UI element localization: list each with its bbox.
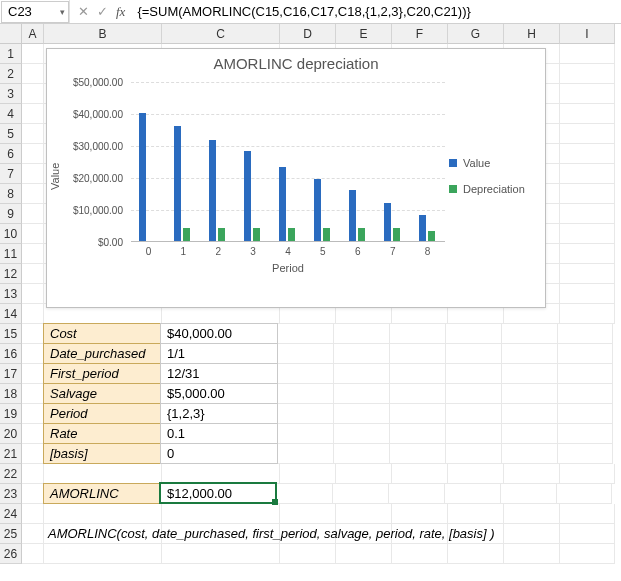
chart[interactable]: AMORLINC depreciation Value $0.00$10,000…	[46, 48, 546, 308]
fx-icon[interactable]: fx	[116, 4, 125, 20]
cell-D17[interactable]	[278, 364, 334, 384]
cell-F19[interactable]	[390, 404, 446, 424]
cell-I14[interactable]	[560, 304, 615, 324]
row-header-13[interactable]: 13	[0, 284, 22, 304]
cell-H16[interactable]	[502, 344, 558, 364]
row-header-16[interactable]: 16	[0, 344, 22, 364]
cell-B26[interactable]	[44, 544, 162, 564]
cell-A11[interactable]	[22, 244, 44, 264]
cell-I5[interactable]	[560, 124, 615, 144]
row-header-19[interactable]: 19	[0, 404, 22, 424]
cell-A21[interactable]	[22, 444, 44, 464]
cell-I18[interactable]	[558, 384, 613, 404]
cell-F20[interactable]	[390, 424, 446, 444]
row-header-1[interactable]: 1	[0, 44, 22, 64]
cell-A8[interactable]	[22, 184, 44, 204]
cell-F26[interactable]	[392, 544, 448, 564]
cell-E26[interactable]	[336, 544, 392, 564]
cell-D24[interactable]	[280, 504, 336, 524]
name-box[interactable]: C23 ▾	[1, 1, 69, 23]
cell-C16[interactable]: 1/1	[160, 343, 278, 364]
row-header-26[interactable]: 26	[0, 544, 22, 564]
cell-C18[interactable]: $5,000.00	[160, 383, 278, 404]
cell-C26[interactable]	[162, 544, 280, 564]
row-header-15[interactable]: 15	[0, 324, 22, 344]
cell-I11[interactable]	[560, 244, 615, 264]
cell-C24[interactable]	[162, 504, 280, 524]
cell-F17[interactable]	[390, 364, 446, 384]
cell-E19[interactable]	[334, 404, 390, 424]
cell-D23[interactable]	[277, 484, 333, 504]
cell-B23[interactable]: AMORLINC	[43, 483, 161, 504]
cell-I26[interactable]	[560, 544, 615, 564]
cell-A19[interactable]	[22, 404, 44, 424]
column-header-D[interactable]: D	[280, 24, 336, 44]
column-header-A[interactable]: A	[22, 24, 44, 44]
cell-I7[interactable]	[560, 164, 615, 184]
cell-F15[interactable]	[390, 324, 446, 344]
cell-F23[interactable]	[389, 484, 445, 504]
cell-H21[interactable]	[502, 444, 558, 464]
cell-A3[interactable]	[22, 84, 44, 104]
row-header-21[interactable]: 21	[0, 444, 22, 464]
formula-input[interactable]: {=SUM(AMORLINC(C15,C16,C17,C18,{1,2,3},C…	[133, 4, 621, 19]
cell-G15[interactable]	[446, 324, 502, 344]
cell-C22[interactable]	[162, 464, 280, 484]
column-header-E[interactable]: E	[336, 24, 392, 44]
cell-H18[interactable]	[502, 384, 558, 404]
cell-H23[interactable]	[501, 484, 557, 504]
cell-I19[interactable]	[558, 404, 613, 424]
cell-C17[interactable]: 12/31	[160, 363, 278, 384]
cell-D20[interactable]	[278, 424, 334, 444]
cell-C23[interactable]: $12,000.00	[159, 482, 277, 504]
cell-F21[interactable]	[390, 444, 446, 464]
cell-A6[interactable]	[22, 144, 44, 164]
cell-I8[interactable]	[560, 184, 615, 204]
column-header-H[interactable]: H	[504, 24, 560, 44]
cell-A17[interactable]	[22, 364, 44, 384]
row-header-23[interactable]: 23	[0, 484, 22, 504]
cell-E23[interactable]	[333, 484, 389, 504]
cell-F18[interactable]	[390, 384, 446, 404]
row-header-2[interactable]: 2	[0, 64, 22, 84]
cell-B20[interactable]: Rate	[43, 423, 161, 444]
cell-I2[interactable]	[560, 64, 615, 84]
cell-B17[interactable]: First_period	[43, 363, 161, 384]
row-header-10[interactable]: 10	[0, 224, 22, 244]
cell-I22[interactable]	[560, 464, 615, 484]
cell-I15[interactable]	[558, 324, 613, 344]
cell-A15[interactable]	[22, 324, 44, 344]
cell-H25[interactable]	[504, 524, 560, 544]
cell-E22[interactable]	[336, 464, 392, 484]
cell-A22[interactable]	[22, 464, 44, 484]
column-header-C[interactable]: C	[162, 24, 280, 44]
cell-E16[interactable]	[334, 344, 390, 364]
cell-G19[interactable]	[446, 404, 502, 424]
row-header-3[interactable]: 3	[0, 84, 22, 104]
cell-A13[interactable]	[22, 284, 44, 304]
cell-G17[interactable]	[446, 364, 502, 384]
cell-C15[interactable]: $40,000.00	[160, 323, 278, 344]
cell-I13[interactable]	[560, 284, 615, 304]
cell-D16[interactable]	[278, 344, 334, 364]
cell-D18[interactable]	[278, 384, 334, 404]
cell-E15[interactable]	[334, 324, 390, 344]
row-header-22[interactable]: 22	[0, 464, 22, 484]
cell-E20[interactable]	[334, 424, 390, 444]
row-header-18[interactable]: 18	[0, 384, 22, 404]
cell-G20[interactable]	[446, 424, 502, 444]
cell-A16[interactable]	[22, 344, 44, 364]
cell-E18[interactable]	[334, 384, 390, 404]
cell-I9[interactable]	[560, 204, 615, 224]
cell-B24[interactable]	[44, 504, 162, 524]
cell-D26[interactable]	[280, 544, 336, 564]
cell-H20[interactable]	[502, 424, 558, 444]
cell-B16[interactable]: Date_purchased	[43, 343, 161, 364]
cell-B18[interactable]: Salvage	[43, 383, 161, 404]
cell-H24[interactable]	[504, 504, 560, 524]
cell-A5[interactable]	[22, 124, 44, 144]
column-header-I[interactable]: I	[560, 24, 615, 44]
cell-D22[interactable]	[280, 464, 336, 484]
cell-G21[interactable]	[446, 444, 502, 464]
cell-A1[interactable]	[22, 44, 44, 64]
